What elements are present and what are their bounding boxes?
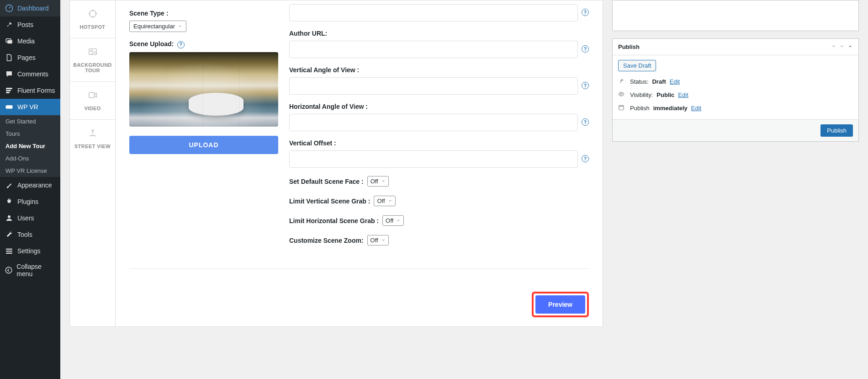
vtab-background-tour[interactable]: BACKGROUND TOUR xyxy=(70,38,115,82)
form-left-column: Scene Type : Equirectangular Scene Uploa… xyxy=(129,10,278,255)
sidebar-item-dashboard[interactable]: Dashboard xyxy=(0,0,60,16)
user-icon xyxy=(5,214,14,223)
svg-rect-9 xyxy=(6,251,12,251)
custom-zoom-select[interactable]: Off xyxy=(367,235,389,246)
preview-highlight-box: Preview xyxy=(532,292,589,317)
main-content: HOTSPOT BACKGROUND TOUR VIDEO STREET VIE… xyxy=(60,0,868,336)
form-icon xyxy=(5,86,14,95)
sidebar-item-wpvr[interactable]: WP VR xyxy=(0,99,60,115)
svg-rect-10 xyxy=(6,253,12,254)
haov-input[interactable] xyxy=(289,114,578,131)
sidebar-item-users[interactable]: Users xyxy=(0,210,60,226)
field-custom-zoom: Customize Scene Zoom: Off xyxy=(289,235,589,246)
form-wrap: Scene Type : Equirectangular Scene Uploa… xyxy=(116,0,603,326)
sidebar-label: Settings xyxy=(17,247,41,255)
publish-time-row: Publish immediately Edit xyxy=(618,101,853,115)
svg-point-14 xyxy=(90,50,92,52)
upload-button[interactable]: UPLOAD xyxy=(129,136,278,154)
info-icon[interactable]: ? xyxy=(582,155,589,162)
top-input[interactable] xyxy=(289,4,578,21)
publish-label: Publish xyxy=(630,105,650,112)
field-scene-upload: Scene Upload: ? UPLOAD xyxy=(129,40,278,154)
publish-box-header: Publish xyxy=(613,39,858,55)
key-icon xyxy=(618,78,626,85)
preview-button[interactable]: Preview xyxy=(535,295,585,314)
voffset-input[interactable] xyxy=(289,150,578,168)
vtab-label: STREET VIEW xyxy=(74,144,111,149)
select-value: Off xyxy=(377,198,385,204)
custom-zoom-label: Customize Scene Zoom: xyxy=(289,237,364,244)
editor-panel: HOTSPOT BACKGROUND TOUR VIDEO STREET VIE… xyxy=(69,0,603,327)
sidebar-sub-license[interactable]: WP VR License xyxy=(0,165,60,177)
sidebar-item-tools[interactable]: Tools xyxy=(0,226,60,243)
status-edit-link[interactable]: Edit xyxy=(670,78,680,85)
publish-box: Publish Save Draft Status: Draft Edit xyxy=(612,38,859,142)
admin-sidebar: Dashboard Posts Media Pages Comments Flu… xyxy=(0,0,60,336)
info-icon[interactable]: ? xyxy=(582,45,589,53)
field-limit-vertical: Limit Vertical Scene Grab : Off xyxy=(289,196,589,206)
vertical-tabs: HOTSPOT BACKGROUND TOUR VIDEO STREET VIE… xyxy=(70,0,116,326)
author-url-label: Author URL: xyxy=(289,30,589,37)
sidebar-label: Plugins xyxy=(17,198,38,205)
caret-up-icon[interactable] xyxy=(847,43,853,50)
dashboard-icon xyxy=(5,4,14,13)
sidebar-item-comments[interactable]: Comments xyxy=(0,66,60,82)
limit-vert-select[interactable]: Off xyxy=(374,196,395,206)
svg-rect-18 xyxy=(619,106,624,110)
sidebar-item-pages[interactable]: Pages xyxy=(0,49,60,66)
sidebar-label: Fluent Forms xyxy=(17,87,55,94)
sidebar-item-collapse[interactable]: Collapse menu xyxy=(0,259,60,281)
sidebar-label: WP VR xyxy=(17,103,38,111)
sidebar-sub-add-new-tour[interactable]: Add New Tour xyxy=(0,140,60,152)
sidebar-label: Comments xyxy=(17,70,48,78)
sidebar-item-plugins[interactable]: Plugins xyxy=(0,193,60,210)
sidebar-item-media[interactable]: Media xyxy=(0,33,60,49)
sidebar-sub-addons[interactable]: Add-Ons xyxy=(0,152,60,165)
sidebar-label: Pages xyxy=(17,54,36,61)
scene-upload-thumbnail[interactable] xyxy=(129,52,278,127)
eye-icon xyxy=(618,91,626,99)
vaov-input[interactable] xyxy=(289,77,578,95)
vtab-label: VIDEO xyxy=(84,106,101,111)
chevron-up-icon[interactable] xyxy=(831,43,836,50)
info-icon[interactable]: ? xyxy=(582,9,589,16)
status-value: Draft xyxy=(652,78,666,85)
vtab-video[interactable]: VIDEO xyxy=(70,82,115,120)
sidebar-item-appearance[interactable]: Appearance xyxy=(0,177,60,193)
sidebar-sub-tours[interactable]: Tours xyxy=(0,128,60,140)
video-icon xyxy=(73,90,112,103)
info-icon[interactable]: ? xyxy=(582,82,589,89)
vaov-label: Vertical Angle of View : xyxy=(289,66,589,74)
vtab-street-view[interactable]: STREET VIEW xyxy=(70,120,115,157)
info-icon[interactable]: ? xyxy=(177,41,185,48)
sidebar-item-fluent-forms[interactable]: Fluent Forms xyxy=(0,82,60,99)
field-scene-type: Scene Type : Equirectangular xyxy=(129,10,278,32)
sidebar-label: Tools xyxy=(17,231,32,238)
svg-point-17 xyxy=(620,93,622,95)
form-right-column: ? Author URL: ? Vertical Angle of View :… xyxy=(289,10,589,255)
scene-type-select[interactable]: Equirectangular xyxy=(129,21,186,32)
vtab-hotspot[interactable]: HOTSPOT xyxy=(70,0,115,38)
sidebar-sub-get-started[interactable]: Get Started xyxy=(0,115,60,128)
field-author-url: ? xyxy=(289,41,589,58)
svg-rect-3 xyxy=(6,88,12,89)
street-view-icon xyxy=(73,128,112,141)
sidebar-label: Appearance xyxy=(17,181,52,189)
publish-time-edit-link[interactable]: Edit xyxy=(691,105,701,112)
limit-horiz-select[interactable]: Off xyxy=(382,215,404,226)
default-face-select[interactable]: Off xyxy=(367,176,389,187)
sidebar-item-settings[interactable]: Settings xyxy=(0,243,60,259)
vtab-label: BACKGROUND TOUR xyxy=(73,62,112,73)
publish-button[interactable]: Publish xyxy=(820,124,853,137)
collapse-icon xyxy=(5,266,13,275)
meta-sidebar: Publish Save Draft Status: Draft Edit xyxy=(612,0,859,327)
brush-icon xyxy=(5,181,14,190)
chevron-down-icon xyxy=(388,198,392,204)
top-meta-box xyxy=(612,0,859,31)
save-draft-button[interactable]: Save Draft xyxy=(618,60,656,71)
chevron-down-icon[interactable] xyxy=(839,43,845,50)
visibility-edit-link[interactable]: Edit xyxy=(678,91,688,98)
info-icon[interactable]: ? xyxy=(582,118,589,126)
sidebar-item-posts[interactable]: Posts xyxy=(0,16,60,33)
author-url-input[interactable] xyxy=(289,41,578,58)
